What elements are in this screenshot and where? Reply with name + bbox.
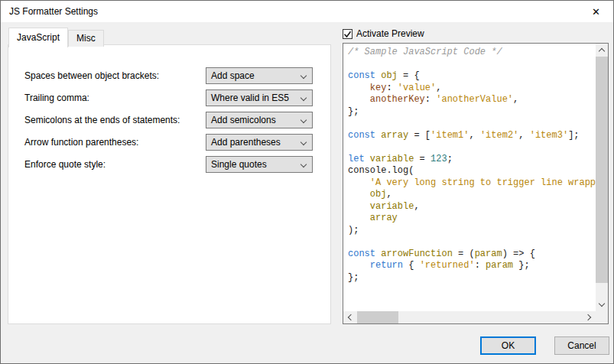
code-line: [348, 141, 596, 154]
code-line: [348, 118, 596, 130]
close-icon[interactable]: ✕: [579, 1, 613, 22]
activate-preview-label: Activate Preview: [356, 28, 424, 39]
vertical-scrollbar[interactable]: [596, 44, 608, 311]
tab-misc[interactable]: Misc: [68, 30, 104, 47]
setting-row: Trailing comma:Where valid in ES5: [8, 89, 330, 106]
code-line: console.log(: [348, 165, 596, 177]
dropdown-value: Single quotes: [211, 159, 267, 170]
dropdown-value: Where valid in ES5: [211, 93, 289, 103]
chevron-down-icon: [301, 139, 307, 145]
dropdown-value: Add parentheses: [211, 137, 281, 148]
dropdown-value: Add semicolons: [211, 115, 276, 125]
chevron-down-icon: [301, 161, 307, 167]
setting-label: Semicolons at the ends of statements:: [24, 115, 180, 125]
code-line: return { 'returned': param };: [348, 260, 596, 272]
code-line: anotherKey: 'anotherValue',: [348, 94, 596, 106]
dropdown-value: Add space: [211, 70, 255, 81]
scroll-left-icon[interactable]: [343, 311, 356, 323]
cancel-button[interactable]: Cancel: [554, 336, 609, 355]
code-line: [348, 59, 596, 71]
vertical-scroll-thumb[interactable]: [596, 57, 608, 283]
scrollbar-corner: [596, 311, 608, 323]
code-line: obj,: [348, 189, 596, 201]
arrow-function-parentheses-dropdown[interactable]: Add parentheses: [206, 134, 313, 151]
setting-label: Trailing comma:: [24, 93, 89, 103]
code-line: key: 'value',: [348, 83, 596, 95]
setting-label: Enforce quote style:: [24, 159, 106, 170]
horizontal-scrollbar[interactable]: [343, 311, 596, 323]
code-line: /* Sample JavaScript Code */: [348, 47, 596, 59]
code-preview-panel: /* Sample JavaScript Code */const obj = …: [343, 43, 609, 324]
horizontal-scroll-thumb[interactable]: [357, 311, 398, 323]
titlebar[interactable]: JS Formatter Settings ✕: [1, 1, 613, 22]
scroll-down-icon[interactable]: [596, 298, 608, 311]
code-preview-text[interactable]: /* Sample JavaScript Code */const obj = …: [343, 44, 596, 311]
code-line: let variable = 123;: [348, 154, 596, 166]
scroll-right-icon[interactable]: [583, 311, 596, 323]
enforce-quote-style-dropdown[interactable]: Single quotes: [206, 156, 313, 173]
activate-preview-checkbox[interactable]: [343, 29, 352, 39]
window-title: JS Formatter Settings: [9, 6, 98, 17]
setting-row: Enforce quote style:Single quotes: [8, 156, 330, 173]
js-formatter-settings-dialog: JS Formatter Settings ✕ JavaScriptMisc S…: [0, 0, 614, 364]
tab-javascript[interactable]: JavaScript: [8, 28, 68, 47]
code-line: array: [348, 213, 596, 225]
ok-button[interactable]: OK: [480, 336, 536, 355]
semicolons-at-the-ends-of-statements-dropdown[interactable]: Add semicolons: [206, 112, 313, 128]
code-line: const obj = {: [348, 70, 596, 83]
chevron-down-icon: [301, 95, 307, 101]
activate-preview-row: Activate Preview: [343, 28, 424, 39]
setting-row: Spaces between object brackets:Add space: [8, 67, 330, 84]
code-line: 'A very long string to trigger line wrap…: [348, 177, 596, 190]
chevron-down-icon: [301, 73, 307, 79]
setting-label: Arrow function parentheses:: [24, 137, 138, 148]
spaces-between-object-brackets-dropdown[interactable]: Add space: [206, 67, 313, 84]
setting-row: Arrow function parentheses:Add parenthes…: [8, 134, 330, 151]
code-line: );: [348, 225, 596, 237]
code-line: };: [348, 272, 596, 284]
tab-strip: JavaScriptMisc: [8, 28, 104, 47]
code-line: const array = ['item1', 'item2', 'item3'…: [348, 130, 596, 142]
code-line: const arrowFunction = (param) => {: [348, 249, 596, 261]
setting-label: Spaces between object brackets:: [24, 70, 159, 81]
javascript-tab-page: Spaces between object brackets:Add space…: [8, 44, 331, 324]
code-line: [348, 236, 596, 249]
code-line: };: [348, 106, 596, 119]
chevron-down-icon: [301, 117, 307, 123]
setting-row: Semicolons at the ends of statements:Add…: [8, 112, 330, 128]
code-line: variable,: [348, 201, 596, 213]
trailing-comma-dropdown[interactable]: Where valid in ES5: [206, 89, 313, 106]
scroll-up-icon[interactable]: [596, 44, 608, 57]
